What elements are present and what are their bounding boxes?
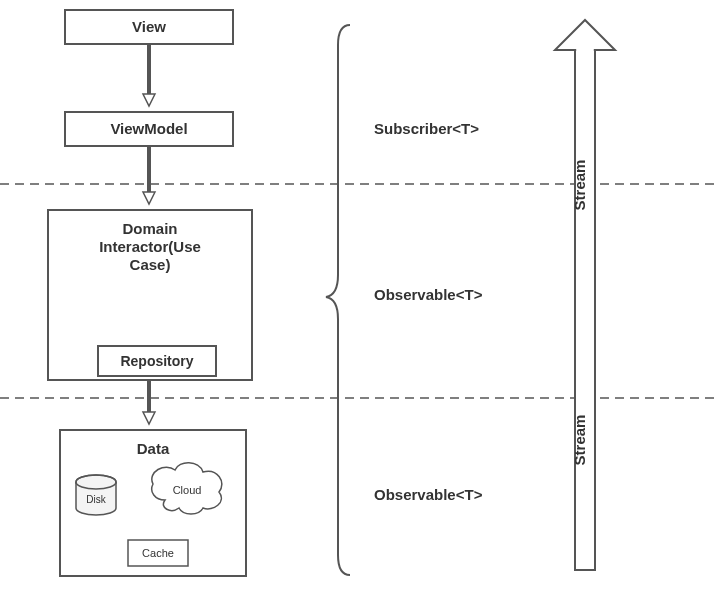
cloud-label: Cloud: [173, 484, 202, 496]
domain-label-2: Interactor(Use: [99, 238, 201, 255]
svg-rect-3: [575, 50, 595, 570]
architecture-diagram: View ViewModel Domain Interactor(Use Cas…: [0, 0, 714, 594]
stream-arrow: [555, 20, 615, 570]
subscriber-label: Subscriber<T>: [374, 120, 479, 137]
observable1-label: Observable<T>: [374, 286, 483, 303]
domain-label-3: Case): [130, 256, 171, 273]
cache-label: Cache: [142, 547, 174, 559]
viewmodel-label: ViewModel: [110, 120, 187, 137]
svg-marker-2: [555, 20, 615, 50]
stream-label-bottom: Stream: [571, 415, 588, 466]
svg-rect-4: [576, 48, 594, 54]
stream-label-top: Stream: [571, 160, 588, 211]
data-label: Data: [137, 440, 170, 457]
domain-label-1: Domain: [122, 220, 177, 237]
disk-label: Disk: [86, 494, 106, 505]
curly-brace: [326, 25, 350, 575]
observable2-label: Observable<T>: [374, 486, 483, 503]
repository-label: Repository: [120, 353, 193, 369]
view-label: View: [132, 18, 166, 35]
